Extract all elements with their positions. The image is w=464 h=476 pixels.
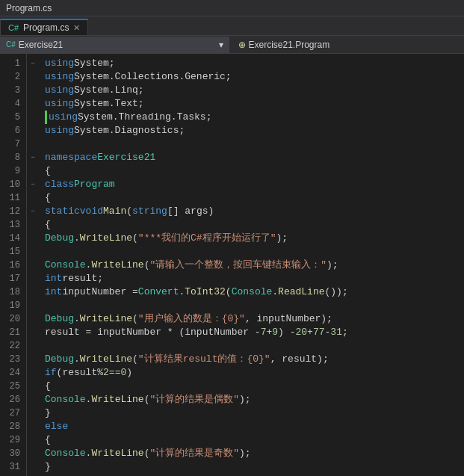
code-line-27[interactable]: } bbox=[45, 407, 464, 420]
collapse-button[interactable]: − bbox=[31, 208, 34, 215]
code-line-9[interactable]: { bbox=[45, 164, 464, 178]
code-line-10[interactable]: class Program bbox=[45, 178, 464, 191]
code-line-29[interactable]: { bbox=[45, 433, 464, 447]
margin-item-31 bbox=[27, 460, 39, 474]
code-line-2[interactable]: using System.Collections.Generic; bbox=[45, 70, 464, 84]
line-number-22: 22 bbox=[3, 339, 20, 353]
code-line-28[interactable]: else bbox=[45, 420, 464, 433]
line-number-16: 16 bbox=[3, 259, 20, 272]
code-line-16[interactable]: Console.WriteLine("请输入一个整数，按回车键结束输入："); bbox=[45, 259, 464, 272]
code-container: 1234567891011121314151617181920212223242… bbox=[0, 54, 464, 476]
line-number-2: 2 bbox=[3, 70, 20, 84]
collapse-button[interactable]: − bbox=[31, 154, 34, 161]
margin-item-29 bbox=[27, 433, 39, 447]
margin-item-7 bbox=[27, 137, 39, 151]
margin-item-26 bbox=[27, 393, 39, 407]
code-line-21[interactable]: result = inputNumber * (inputNumber - 7 … bbox=[45, 326, 464, 339]
margin-item-21 bbox=[27, 326, 39, 339]
code-line-15[interactable] bbox=[45, 245, 464, 259]
margin-item-20 bbox=[27, 312, 39, 326]
margin-item-2 bbox=[27, 70, 39, 84]
margin-item-3 bbox=[27, 84, 39, 97]
code-line-25[interactable]: { bbox=[45, 380, 464, 393]
code-editor[interactable]: using System;using System.Collections.Ge… bbox=[39, 54, 464, 476]
line-number-29: 29 bbox=[3, 433, 20, 447]
line-number-1: 1 bbox=[3, 57, 20, 70]
chevron-down-icon: ▾ bbox=[219, 40, 223, 50]
code-line-19[interactable] bbox=[45, 299, 464, 312]
collapse-button[interactable]: − bbox=[31, 181, 34, 188]
line-number-6: 6 bbox=[3, 124, 20, 137]
line-number-8: 8 bbox=[3, 151, 20, 164]
tab-close-button[interactable]: ✕ bbox=[73, 23, 80, 33]
code-line-17[interactable]: int result; bbox=[45, 272, 464, 285]
margin-item-8[interactable]: − bbox=[27, 151, 39, 164]
line-number-28: 28 bbox=[3, 420, 20, 433]
line-number-23: 23 bbox=[3, 353, 20, 366]
line-number-10: 10 bbox=[3, 178, 20, 191]
code-line-31[interactable]: } bbox=[45, 460, 464, 474]
code-line-6[interactable]: using System.Diagnostics; bbox=[45, 124, 464, 137]
margin-item-17 bbox=[27, 272, 39, 285]
line-number-30: 30 bbox=[3, 447, 20, 460]
margin-item-16 bbox=[27, 259, 39, 272]
margin-item-22 bbox=[27, 339, 39, 353]
code-line-26[interactable]: Console.WriteLine("计算的结果是偶数"); bbox=[45, 393, 464, 407]
code-line-14[interactable]: Debug.WriteLine("***我们的C#程序开始运行了"); bbox=[45, 232, 464, 245]
collapse-button[interactable]: − bbox=[31, 60, 34, 67]
line-number-21: 21 bbox=[3, 326, 20, 339]
code-line-4[interactable]: using System.Text; bbox=[45, 97, 464, 111]
breadcrumb-class: ⊕ Exercise21.Program bbox=[229, 37, 465, 53]
breadcrumb-icon: ⊕ bbox=[238, 40, 246, 50]
tab-label: Program.cs bbox=[23, 22, 69, 33]
line-number-12: 12 bbox=[3, 205, 20, 218]
code-line-8[interactable]: namespace Exercise21 bbox=[45, 151, 464, 164]
margin-item-28 bbox=[27, 420, 39, 433]
tab-bar: C# Program.cs ✕ bbox=[0, 16, 464, 36]
line-number-11: 11 bbox=[3, 191, 20, 205]
margin-item-1[interactable]: − bbox=[27, 57, 39, 70]
margin-item-12[interactable]: − bbox=[27, 205, 39, 218]
line-number-14: 14 bbox=[3, 232, 20, 245]
line-number-26: 26 bbox=[3, 393, 20, 407]
code-line-23[interactable]: Debug.WriteLine("计算结果result的值：{0}", resu… bbox=[45, 353, 464, 366]
margin-item-15 bbox=[27, 245, 39, 259]
margin-indicators: −−−− bbox=[27, 54, 39, 476]
line-number-17: 17 bbox=[3, 272, 20, 285]
line-number-13: 13 bbox=[3, 218, 20, 232]
margin-item-24 bbox=[27, 366, 39, 380]
breadcrumb-project: Exercise21 bbox=[19, 40, 63, 50]
margin-item-14 bbox=[27, 232, 39, 245]
line-number-27: 27 bbox=[3, 407, 20, 420]
code-line-30[interactable]: Console.WriteLine("计算的结果是奇数"); bbox=[45, 447, 464, 460]
code-line-11[interactable]: { bbox=[45, 191, 464, 205]
margin-item-18 bbox=[27, 285, 39, 299]
code-line-18[interactable]: int inputNumber = Convert.ToInt32(Consol… bbox=[45, 285, 464, 299]
code-line-12[interactable]: static void Main(string[] args) bbox=[45, 205, 464, 218]
code-line-7[interactable] bbox=[45, 137, 464, 151]
code-line-5[interactable]: using System.Threading.Tasks; bbox=[45, 111, 464, 124]
line-number-18: 18 bbox=[3, 285, 20, 299]
code-line-22[interactable] bbox=[45, 339, 464, 353]
project-dropdown[interactable]: C# Exercise21 ▾ bbox=[0, 37, 229, 53]
margin-item-4 bbox=[27, 97, 39, 111]
line-number-3: 3 bbox=[3, 84, 20, 97]
margin-item-13 bbox=[27, 218, 39, 232]
code-line-1[interactable]: using System; bbox=[45, 57, 464, 70]
line-number-24: 24 bbox=[3, 366, 20, 380]
margin-item-10[interactable]: − bbox=[27, 178, 39, 191]
code-line-20[interactable]: Debug.WriteLine("用户输入的数是：{0}", inputNumb… bbox=[45, 312, 464, 326]
margin-item-9 bbox=[27, 164, 39, 178]
line-number-19: 19 bbox=[3, 299, 20, 312]
margin-item-19 bbox=[27, 299, 39, 312]
line-number-5: 5 bbox=[3, 111, 20, 124]
breadcrumb-class-label: Exercise21.Program bbox=[249, 40, 330, 50]
margin-item-11 bbox=[27, 191, 39, 205]
code-line-24[interactable]: if (result%2==0) bbox=[45, 366, 464, 380]
title-bar: Program.cs bbox=[0, 0, 464, 16]
code-line-3[interactable]: using System.Linq; bbox=[45, 84, 464, 97]
margin-item-27 bbox=[27, 407, 39, 420]
code-line-13[interactable]: { bbox=[45, 218, 464, 232]
line-number-9: 9 bbox=[3, 164, 20, 178]
tab-program-cs[interactable]: C# Program.cs ✕ bbox=[0, 19, 88, 35]
